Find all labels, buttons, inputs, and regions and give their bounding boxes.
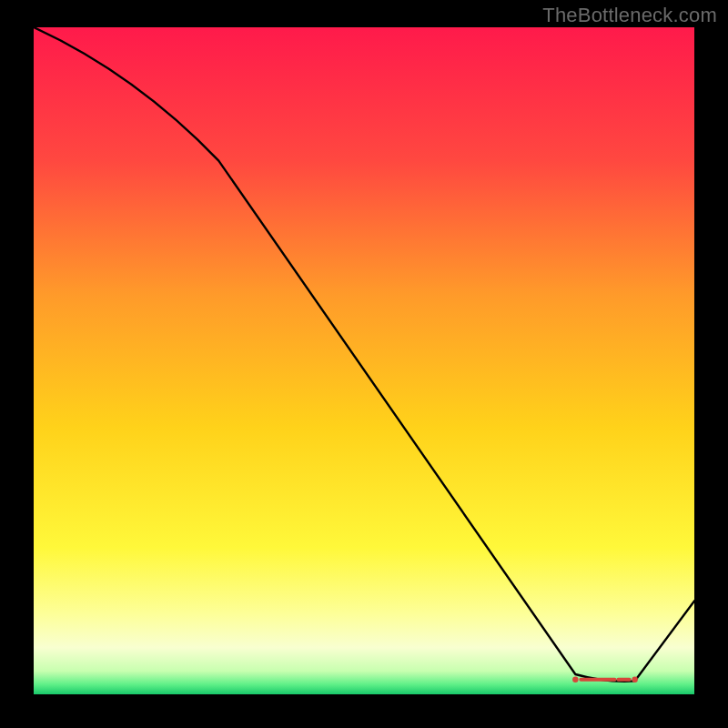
valley-marker-dot [632,676,637,682]
chart-background [34,27,694,694]
chart-frame: TheBottleneck.com [0,0,728,728]
valley-marker-dot [572,676,578,682]
chart-svg [34,27,694,694]
bottleneck-chart [34,27,694,694]
watermark-text: TheBottleneck.com [542,4,717,27]
